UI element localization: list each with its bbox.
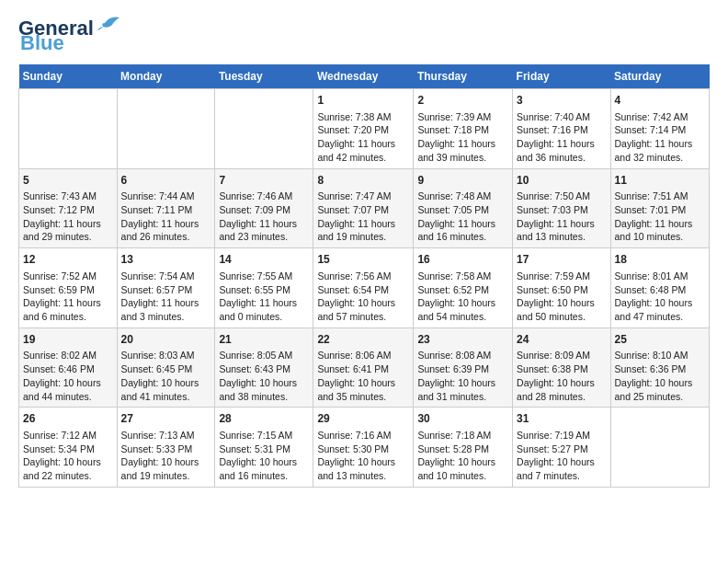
day-number: 14 xyxy=(219,252,309,268)
calendar-cell: 19Sunrise: 8:02 AM Sunset: 6:46 PM Dayli… xyxy=(19,327,118,408)
day-number: 12 xyxy=(23,252,113,268)
day-number: 16 xyxy=(417,252,508,268)
calendar-cell: 24Sunrise: 8:09 AM Sunset: 6:38 PM Dayli… xyxy=(513,327,610,408)
calendar-cell: 5Sunrise: 7:43 AM Sunset: 7:12 PM Daylig… xyxy=(19,168,118,248)
day-info: Sunrise: 8:09 AM Sunset: 6:38 PM Dayligh… xyxy=(517,349,606,403)
weekday-header-saturday: Saturday xyxy=(610,64,709,89)
calendar-cell xyxy=(117,89,215,169)
day-number: 31 xyxy=(517,411,606,427)
day-info: Sunrise: 7:15 AM Sunset: 5:31 PM Dayligh… xyxy=(219,429,309,483)
day-info: Sunrise: 7:19 AM Sunset: 5:27 PM Dayligh… xyxy=(517,429,606,483)
day-info: Sunrise: 8:06 AM Sunset: 6:41 PM Dayligh… xyxy=(317,349,409,403)
day-number: 5 xyxy=(23,173,113,189)
calendar-cell: 28Sunrise: 7:15 AM Sunset: 5:31 PM Dayli… xyxy=(215,408,313,488)
day-info: Sunrise: 7:12 AM Sunset: 5:34 PM Dayligh… xyxy=(23,429,113,483)
calendar-week-1: 5Sunrise: 7:43 AM Sunset: 7:12 PM Daylig… xyxy=(19,168,710,248)
day-number: 28 xyxy=(219,411,309,427)
calendar-cell: 3Sunrise: 7:40 AM Sunset: 7:16 PM Daylig… xyxy=(513,89,610,169)
calendar-cell: 20Sunrise: 8:03 AM Sunset: 6:45 PM Dayli… xyxy=(117,327,215,408)
day-info: Sunrise: 7:44 AM Sunset: 7:11 PM Dayligh… xyxy=(121,190,211,244)
day-number: 10 xyxy=(517,173,606,189)
calendar-table: SundayMondayTuesdayWednesdayThursdayFrid… xyxy=(18,64,710,488)
day-info: Sunrise: 7:39 AM Sunset: 7:18 PM Dayligh… xyxy=(417,110,508,165)
day-number: 8 xyxy=(317,173,409,189)
day-info: Sunrise: 7:56 AM Sunset: 6:54 PM Dayligh… xyxy=(317,270,409,324)
calendar-cell: 2Sunrise: 7:39 AM Sunset: 7:18 PM Daylig… xyxy=(414,89,513,169)
calendar-cell xyxy=(215,89,313,169)
day-number: 30 xyxy=(417,411,508,427)
day-number: 3 xyxy=(517,93,606,109)
day-info: Sunrise: 7:46 AM Sunset: 7:09 PM Dayligh… xyxy=(219,190,309,244)
logo-blue: Blue xyxy=(20,31,64,55)
day-info: Sunrise: 7:59 AM Sunset: 6:50 PM Dayligh… xyxy=(517,270,606,324)
day-info: Sunrise: 7:54 AM Sunset: 6:57 PM Dayligh… xyxy=(121,270,211,324)
calendar-cell: 10Sunrise: 7:50 AM Sunset: 7:03 PM Dayli… xyxy=(513,168,610,248)
calendar-cell: 31Sunrise: 7:19 AM Sunset: 5:27 PM Dayli… xyxy=(513,408,610,488)
day-info: Sunrise: 7:13 AM Sunset: 5:33 PM Dayligh… xyxy=(121,429,211,483)
day-number: 13 xyxy=(121,252,211,268)
day-info: Sunrise: 7:51 AM Sunset: 7:01 PM Dayligh… xyxy=(615,190,705,244)
page-header: General Blue xyxy=(18,18,710,55)
day-number: 9 xyxy=(417,173,508,189)
day-number: 20 xyxy=(121,332,211,348)
calendar-week-0: 1Sunrise: 7:38 AM Sunset: 7:20 PM Daylig… xyxy=(19,89,710,169)
day-info: Sunrise: 7:38 AM Sunset: 7:20 PM Dayligh… xyxy=(317,110,409,165)
day-info: Sunrise: 7:16 AM Sunset: 5:30 PM Dayligh… xyxy=(317,429,409,483)
calendar-cell: 8Sunrise: 7:47 AM Sunset: 7:07 PM Daylig… xyxy=(313,168,414,248)
day-number: 17 xyxy=(517,252,606,268)
day-number: 7 xyxy=(219,173,309,189)
day-info: Sunrise: 8:08 AM Sunset: 6:39 PM Dayligh… xyxy=(417,349,508,403)
calendar-cell: 23Sunrise: 8:08 AM Sunset: 6:39 PM Dayli… xyxy=(414,327,513,408)
day-info: Sunrise: 7:55 AM Sunset: 6:55 PM Dayligh… xyxy=(219,270,309,324)
day-info: Sunrise: 7:58 AM Sunset: 6:52 PM Dayligh… xyxy=(417,270,508,324)
weekday-header-tuesday: Tuesday xyxy=(215,64,313,89)
logo-bird-icon xyxy=(96,14,121,36)
calendar-cell: 16Sunrise: 7:58 AM Sunset: 6:52 PM Dayli… xyxy=(414,248,513,328)
day-info: Sunrise: 7:47 AM Sunset: 7:07 PM Dayligh… xyxy=(317,190,409,244)
day-info: Sunrise: 7:48 AM Sunset: 7:05 PM Dayligh… xyxy=(417,190,508,244)
weekday-header-thursday: Thursday xyxy=(414,64,513,89)
calendar-cell: 15Sunrise: 7:56 AM Sunset: 6:54 PM Dayli… xyxy=(313,248,414,328)
weekday-header-wednesday: Wednesday xyxy=(313,64,414,89)
calendar-cell: 12Sunrise: 7:52 AM Sunset: 6:59 PM Dayli… xyxy=(19,248,118,328)
calendar-cell: 7Sunrise: 7:46 AM Sunset: 7:09 PM Daylig… xyxy=(215,168,313,248)
weekday-header-sunday: Sunday xyxy=(19,64,118,89)
day-number: 15 xyxy=(317,252,409,268)
logo: General Blue xyxy=(18,18,121,55)
day-info: Sunrise: 7:50 AM Sunset: 7:03 PM Dayligh… xyxy=(517,190,606,244)
calendar-cell: 1Sunrise: 7:38 AM Sunset: 7:20 PM Daylig… xyxy=(313,89,414,169)
day-info: Sunrise: 7:18 AM Sunset: 5:28 PM Dayligh… xyxy=(417,429,508,483)
calendar-cell: 25Sunrise: 8:10 AM Sunset: 6:36 PM Dayli… xyxy=(610,327,709,408)
day-info: Sunrise: 7:43 AM Sunset: 7:12 PM Dayligh… xyxy=(23,190,113,244)
calendar-week-4: 26Sunrise: 7:12 AM Sunset: 5:34 PM Dayli… xyxy=(19,408,710,488)
calendar-cell: 4Sunrise: 7:42 AM Sunset: 7:14 PM Daylig… xyxy=(610,89,709,169)
day-number: 25 xyxy=(615,332,705,348)
calendar-week-3: 19Sunrise: 8:02 AM Sunset: 6:46 PM Dayli… xyxy=(19,327,710,408)
day-number: 2 xyxy=(417,93,508,109)
calendar-cell: 22Sunrise: 8:06 AM Sunset: 6:41 PM Dayli… xyxy=(313,327,414,408)
day-number: 1 xyxy=(317,93,409,109)
day-number: 22 xyxy=(317,332,409,348)
day-number: 6 xyxy=(121,173,211,189)
day-info: Sunrise: 8:02 AM Sunset: 6:46 PM Dayligh… xyxy=(23,349,113,403)
day-number: 18 xyxy=(615,252,705,268)
calendar-cell: 27Sunrise: 7:13 AM Sunset: 5:33 PM Dayli… xyxy=(117,408,215,488)
calendar-cell xyxy=(610,408,709,488)
day-number: 24 xyxy=(517,332,606,348)
calendar-cell: 11Sunrise: 7:51 AM Sunset: 7:01 PM Dayli… xyxy=(610,168,709,248)
day-info: Sunrise: 7:40 AM Sunset: 7:16 PM Dayligh… xyxy=(517,110,606,165)
calendar-cell: 13Sunrise: 7:54 AM Sunset: 6:57 PM Dayli… xyxy=(117,248,215,328)
day-info: Sunrise: 8:10 AM Sunset: 6:36 PM Dayligh… xyxy=(615,349,705,403)
day-number: 29 xyxy=(317,411,409,427)
day-number: 23 xyxy=(417,332,508,348)
day-info: Sunrise: 8:01 AM Sunset: 6:48 PM Dayligh… xyxy=(615,270,705,324)
day-number: 26 xyxy=(23,411,113,427)
calendar-week-2: 12Sunrise: 7:52 AM Sunset: 6:59 PM Dayli… xyxy=(19,248,710,328)
calendar-cell: 9Sunrise: 7:48 AM Sunset: 7:05 PM Daylig… xyxy=(414,168,513,248)
day-number: 21 xyxy=(219,332,309,348)
day-info: Sunrise: 7:52 AM Sunset: 6:59 PM Dayligh… xyxy=(23,270,113,324)
weekday-header-row: SundayMondayTuesdayWednesdayThursdayFrid… xyxy=(19,64,710,89)
day-info: Sunrise: 8:03 AM Sunset: 6:45 PM Dayligh… xyxy=(121,349,211,403)
calendar-cell: 18Sunrise: 8:01 AM Sunset: 6:48 PM Dayli… xyxy=(610,248,709,328)
day-number: 11 xyxy=(615,173,705,189)
